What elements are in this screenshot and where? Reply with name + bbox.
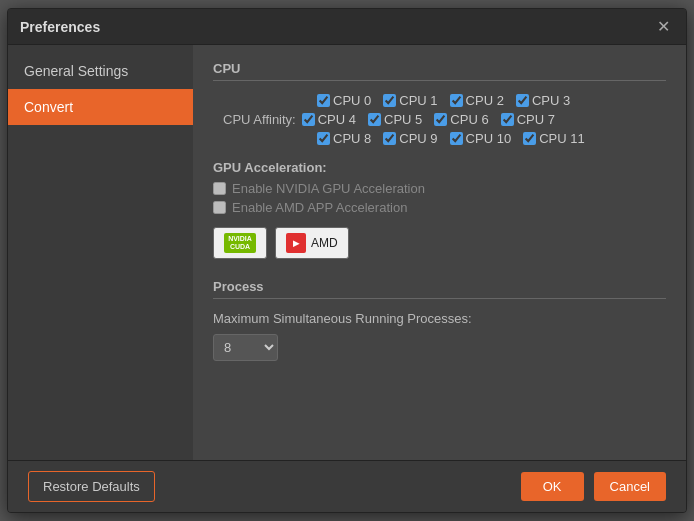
gpu-buttons: NVIDIA CUDA ▶ AMD <box>213 227 666 259</box>
cpu-0-item[interactable]: CPU 0 <box>317 93 371 108</box>
cpu-9-item[interactable]: CPU 9 <box>383 131 437 146</box>
amd-option[interactable]: Enable AMD APP Acceleration <box>213 200 666 215</box>
affinity-label: CPU Affinity: <box>223 112 296 127</box>
restore-defaults-button[interactable]: Restore Defaults <box>28 471 155 502</box>
cpu-1-item[interactable]: CPU 1 <box>383 93 437 108</box>
cpu-8-checkbox[interactable] <box>317 132 330 145</box>
cpu-11-item[interactable]: CPU 11 <box>523 131 585 146</box>
cpu-3-item[interactable]: CPU 3 <box>516 93 570 108</box>
process-label: Maximum Simultaneous Running Processes: <box>213 311 666 326</box>
sidebar: General Settings Convert <box>8 45 193 460</box>
gpu-section-header: GPU Acceleration: <box>213 160 666 175</box>
ok-button[interactable]: OK <box>521 472 584 501</box>
amd-checkbox[interactable] <box>213 201 226 214</box>
process-count-select[interactable]: 1 2 3 4 5 6 7 8 9 10 11 12 <box>213 334 278 361</box>
cpu-6-item[interactable]: CPU 6 <box>434 112 488 127</box>
cpu-3-checkbox[interactable] <box>516 94 529 107</box>
cpu-0-checkbox[interactable] <box>317 94 330 107</box>
cpu-row-0: CPU 0 CPU 1 CPU 2 CPU 3 <box>223 93 666 108</box>
cpu-section-header: CPU <box>213 61 666 81</box>
process-section: Process Maximum Simultaneous Running Pro… <box>213 279 666 361</box>
cpu-8-item[interactable]: CPU 8 <box>317 131 371 146</box>
cpu-9-checkbox[interactable] <box>383 132 396 145</box>
main-content: CPU CPU 0 CPU 1 CPU 2 <box>193 45 686 460</box>
cancel-button[interactable]: Cancel <box>594 472 666 501</box>
cpu-row-2: CPU 8 CPU 9 CPU 10 CPU 11 <box>223 131 666 146</box>
sidebar-item-convert[interactable]: Convert <box>8 89 193 125</box>
gpu-section: GPU Acceleration: Enable NVIDIA GPU Acce… <box>213 160 666 259</box>
amd-button[interactable]: ▶ AMD <box>275 227 349 259</box>
cpu-6-checkbox[interactable] <box>434 113 447 126</box>
cpu-2-checkbox[interactable] <box>450 94 463 107</box>
process-select-wrap: 1 2 3 4 5 6 7 8 9 10 11 12 <box>213 334 666 361</box>
close-button[interactable]: ✕ <box>653 17 674 37</box>
process-section-header: Process <box>213 279 666 299</box>
sidebar-item-general[interactable]: General Settings <box>8 53 193 89</box>
nvidia-cuda-button[interactable]: NVIDIA CUDA <box>213 227 267 259</box>
cpu-5-item[interactable]: CPU 5 <box>368 112 422 127</box>
nvidia-logo: NVIDIA CUDA <box>224 233 256 253</box>
amd-logo: ▶ <box>286 233 306 253</box>
cpu-4-item[interactable]: CPU 4 <box>302 112 356 127</box>
cpu-4-checkbox[interactable] <box>302 113 315 126</box>
preferences-dialog: Preferences ✕ General Settings Convert C… <box>7 8 687 513</box>
dialog-title: Preferences <box>20 19 100 35</box>
footer-actions: OK Cancel <box>521 472 666 501</box>
title-bar: Preferences ✕ <box>8 9 686 45</box>
cpu-7-item[interactable]: CPU 7 <box>501 112 555 127</box>
cpu-11-checkbox[interactable] <box>523 132 536 145</box>
dialog-body: General Settings Convert CPU CPU 0 <box>8 45 686 460</box>
cpu-7-checkbox[interactable] <box>501 113 514 126</box>
cpu-10-checkbox[interactable] <box>450 132 463 145</box>
cpu-10-item[interactable]: CPU 10 <box>450 131 512 146</box>
footer: Restore Defaults OK Cancel <box>8 460 686 512</box>
cpu-5-checkbox[interactable] <box>368 113 381 126</box>
nvidia-option[interactable]: Enable NVIDIA GPU Acceleration <box>213 181 666 196</box>
cpu-grid: CPU 0 CPU 1 CPU 2 CPU 3 <box>223 93 666 146</box>
cpu-row-1: CPU Affinity: CPU 4 CPU 5 CPU 6 <box>223 112 666 127</box>
nvidia-checkbox[interactable] <box>213 182 226 195</box>
cpu-2-item[interactable]: CPU 2 <box>450 93 504 108</box>
cpu-1-checkbox[interactable] <box>383 94 396 107</box>
